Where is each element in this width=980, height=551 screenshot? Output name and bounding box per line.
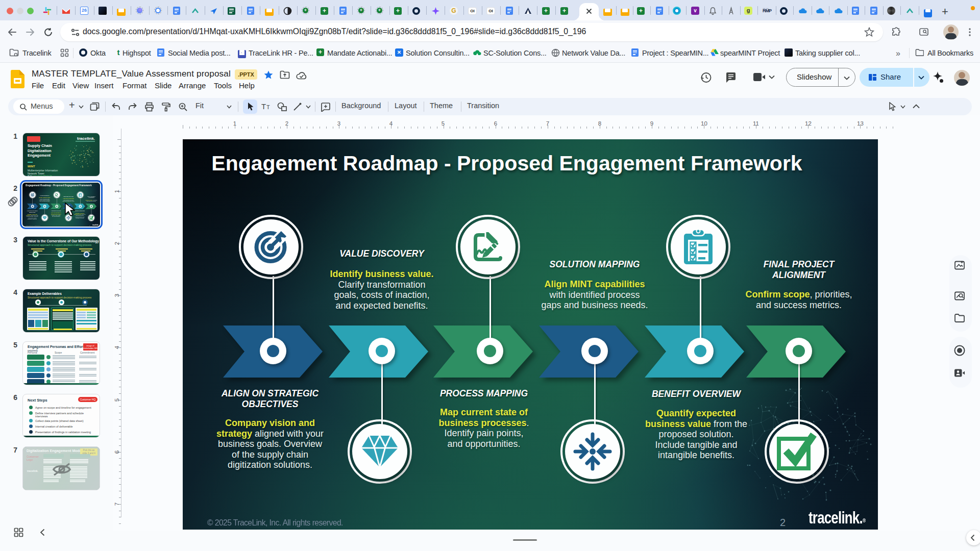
svg-text:T: T	[266, 104, 270, 110]
svg-text:T: T	[261, 103, 266, 111]
